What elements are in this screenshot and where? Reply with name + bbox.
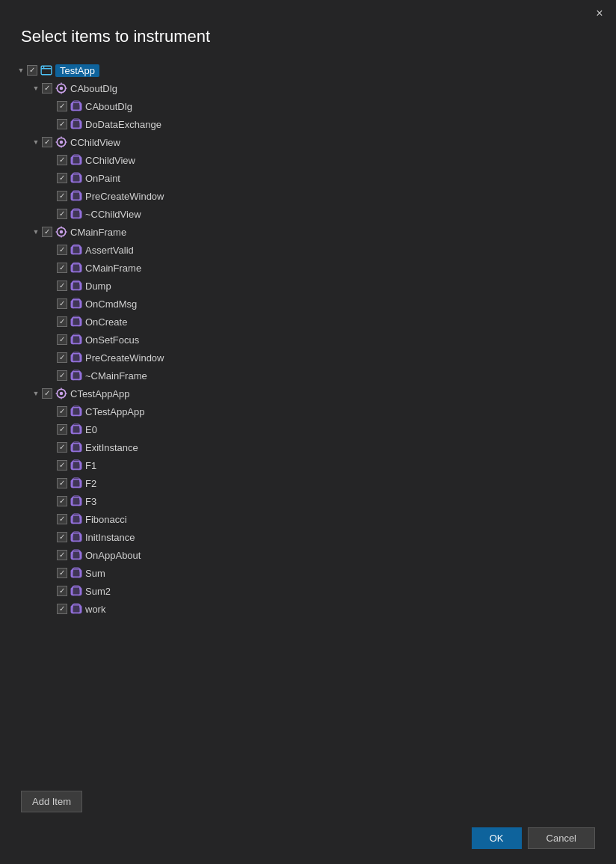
expander-icon[interactable] — [45, 567, 57, 579]
checkbox[interactable] — [57, 173, 67, 183]
node-row[interactable]: CTestAppApp — [12, 384, 616, 402]
node-row[interactable]: PreCreateWindow — [12, 349, 616, 367]
ok-button[interactable]: OK — [472, 827, 522, 849]
node-row[interactable]: Dump — [12, 277, 616, 295]
checkbox[interactable] — [57, 496, 67, 506]
node-row[interactable]: TestApp — [12, 61, 616, 79]
expander-icon[interactable] — [45, 280, 57, 292]
checkbox[interactable] — [57, 568, 67, 578]
expander-icon[interactable] — [30, 226, 42, 238]
tree-node: OnAppAbout — [12, 546, 616, 564]
expander-icon[interactable] — [45, 441, 57, 453]
checkbox[interactable] — [57, 155, 67, 165]
checkbox[interactable] — [57, 191, 67, 201]
node-row[interactable]: CMainFrame — [12, 259, 616, 277]
checkbox[interactable] — [57, 370, 67, 381]
node-row[interactable]: CChildView — [12, 133, 616, 151]
node-row[interactable]: E0 — [12, 420, 616, 438]
expander-icon[interactable] — [45, 100, 57, 112]
checkbox[interactable] — [57, 460, 67, 471]
checkbox[interactable] — [57, 532, 67, 542]
node-row[interactable]: DoDataExchange — [12, 115, 616, 133]
method-icon — [70, 495, 82, 507]
checkbox[interactable] — [42, 83, 52, 94]
expander-icon[interactable] — [45, 118, 57, 130]
expander-icon[interactable] — [30, 82, 42, 94]
node-row[interactable]: OnCreate — [12, 313, 616, 331]
checkbox[interactable] — [57, 550, 67, 560]
node-row[interactable]: F3 — [12, 492, 616, 510]
checkbox[interactable] — [57, 334, 67, 345]
node-row[interactable]: work — [12, 600, 616, 618]
checkbox[interactable] — [57, 316, 67, 327]
expander-icon[interactable] — [45, 370, 57, 382]
expander-icon[interactable] — [45, 352, 57, 364]
expander-icon[interactable] — [45, 172, 57, 184]
expander-icon[interactable] — [45, 334, 57, 346]
expander-icon[interactable] — [45, 495, 57, 507]
cancel-button[interactable]: Cancel — [528, 827, 595, 849]
node-row[interactable]: OnCmdMsg — [12, 295, 616, 313]
expander-icon[interactable] — [45, 405, 57, 417]
add-item-button[interactable]: Add Item — [21, 791, 82, 812]
expander-icon[interactable] — [45, 585, 57, 597]
node-row[interactable]: PreCreateWindow — [12, 187, 616, 205]
checkbox[interactable] — [57, 406, 67, 417]
node-row[interactable]: CMainFrame — [12, 223, 616, 241]
checkbox[interactable] — [57, 263, 67, 273]
node-row[interactable]: OnPaint — [12, 169, 616, 187]
checkbox[interactable] — [42, 388, 52, 399]
checkbox[interactable] — [57, 298, 67, 309]
node-row[interactable]: CTestAppApp — [12, 402, 616, 420]
node-row[interactable]: InitInstance — [12, 528, 616, 546]
close-button[interactable]: × — [592, 6, 607, 21]
expander-icon[interactable] — [30, 136, 42, 148]
expander-icon[interactable] — [45, 316, 57, 328]
node-row[interactable]: CAboutDlg — [12, 97, 616, 115]
checkbox[interactable] — [42, 137, 52, 147]
node-row[interactable]: OnAppAbout — [12, 546, 616, 564]
checkbox[interactable] — [57, 101, 67, 111]
node-row[interactable]: AssertValid — [12, 241, 616, 259]
expander-icon[interactable] — [45, 513, 57, 525]
expander-icon[interactable] — [45, 154, 57, 166]
expander-icon[interactable] — [45, 603, 57, 615]
node-row[interactable]: ExitInstance — [12, 438, 616, 456]
node-row[interactable]: Fibonacci — [12, 510, 616, 528]
checkbox[interactable] — [57, 478, 67, 488]
tree-container[interactable]: TestApp CAboutDlg CAboutDlg DoDataExchan… — [0, 58, 616, 782]
checkbox[interactable] — [57, 442, 67, 453]
expander-icon[interactable] — [45, 262, 57, 274]
checkbox[interactable] — [57, 514, 67, 524]
checkbox[interactable] — [57, 245, 67, 255]
expander-icon[interactable] — [45, 459, 57, 471]
checkbox[interactable] — [57, 604, 67, 614]
node-row[interactable]: ~CMainFrame — [12, 367, 616, 384]
node-row[interactable]: Sum — [12, 564, 616, 582]
node-row[interactable]: CChildView — [12, 151, 616, 169]
checkbox[interactable] — [57, 352, 67, 363]
checkbox[interactable] — [42, 227, 52, 237]
checkbox[interactable] — [57, 281, 67, 291]
node-row[interactable]: CAboutDlg — [12, 79, 616, 97]
expander-icon[interactable] — [45, 298, 57, 310]
checkbox[interactable] — [57, 119, 67, 129]
expander-icon[interactable] — [30, 387, 42, 399]
expander-icon[interactable] — [45, 208, 57, 220]
node-row[interactable]: OnSetFocus — [12, 331, 616, 349]
checkbox[interactable] — [57, 424, 67, 435]
checkbox[interactable] — [57, 209, 67, 219]
expander-icon[interactable] — [45, 477, 57, 489]
checkbox[interactable] — [57, 586, 67, 596]
node-row[interactable]: F1 — [12, 456, 616, 474]
expander-icon[interactable] — [45, 531, 57, 543]
checkbox[interactable] — [27, 65, 37, 76]
node-row[interactable]: Sum2 — [12, 582, 616, 600]
expander-icon[interactable] — [45, 190, 57, 202]
node-row[interactable]: ~CChildView — [12, 205, 616, 223]
expander-icon[interactable] — [45, 423, 57, 435]
expander-icon[interactable] — [45, 244, 57, 256]
expander-icon[interactable] — [15, 64, 27, 76]
expander-icon[interactable] — [45, 549, 57, 561]
node-row[interactable]: F2 — [12, 474, 616, 492]
